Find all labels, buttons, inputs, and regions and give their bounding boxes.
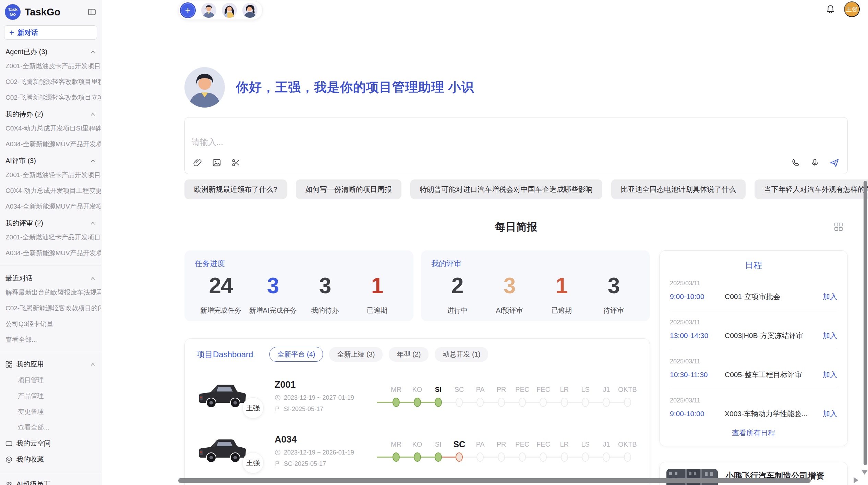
sidebar-item[interactable]: Z001-全新燃油轻卡产品开发项目SI节点属性5D文件评审 [0, 229, 101, 245]
project-owner-badge: 王强 [242, 397, 264, 419]
recent-view-all[interactable]: 查看全部... [0, 332, 101, 348]
mic-icon[interactable] [809, 157, 821, 169]
milestone-dot [477, 398, 484, 407]
milestone-label: PEC [515, 385, 529, 394]
image-icon[interactable] [211, 157, 222, 169]
send-icon[interactable] [828, 157, 841, 169]
view-all-schedule-link[interactable]: 查看所有日程 [732, 428, 775, 438]
sidebar-section-recent[interactable]: 最近对话 [0, 270, 101, 285]
suggestion-chip[interactable]: 欧洲新规最近颁布了什么? [184, 179, 287, 199]
project-name: Z001 [275, 380, 354, 390]
milestone-dot [582, 452, 589, 462]
sidebar-item-ai-super-staff[interactable]: AI超级员工 [0, 476, 101, 485]
sidebar-subitem-product-mgmt[interactable]: 产品管理 [0, 388, 101, 404]
milestone-node: SI [428, 385, 449, 407]
filter-tab-new-body[interactable]: 全新上装 (3) [329, 347, 383, 362]
stat-value: 3 [588, 273, 640, 298]
milestone-label: MR [391, 385, 401, 394]
schedule-item: 2025/03/11 9:00-10:00 C001-立项审批会 加入 [670, 280, 837, 310]
sidebar-item[interactable]: C0X4-动力总成开发项目工程变更评审 [0, 183, 101, 199]
phone-icon[interactable] [790, 157, 801, 169]
sidebar-collapse-icon[interactable] [87, 8, 96, 16]
milestone-label: FEC [537, 439, 550, 449]
apps-view-all[interactable]: 查看全部... [0, 420, 101, 435]
sidebar-item[interactable]: A034-全新新能源MUV产品开发项目法规符合性评审 [0, 199, 101, 214]
horizontal-scrollbar-thumb[interactable] [178, 478, 811, 483]
chevron-up-icon [90, 362, 96, 367]
suggestion-chip[interactable]: 当下年轻人对汽车外观有怎样的喜好趋势 [755, 179, 868, 199]
suggestion-chip[interactable]: 如何写一份清晰的项目周报 [296, 179, 401, 199]
sidebar-item[interactable]: C02-飞腾新能源轻客改款项目里程碑画布 [0, 74, 101, 90]
chevron-up-icon [90, 50, 96, 54]
milestone-label: KO [412, 385, 422, 394]
milestone-node: FEC [533, 385, 554, 407]
project-row-z001[interactable]: 王强 Z001 2023-12-19 ~ 2027-01-19 [196, 369, 638, 423]
divider [670, 310, 837, 310]
sidebar-item[interactable]: 解释最新出台的欧盟报废车法规再生塑料比例被调至15%... [0, 285, 101, 300]
plus-icon: + [9, 28, 14, 37]
milestone-dot [435, 452, 442, 462]
milestone-label: PR [496, 439, 506, 449]
sidebar-section-agent-done[interactable]: Agent已办 (3) [0, 43, 101, 58]
join-button[interactable]: 加入 [823, 331, 837, 340]
sidebar-scroll[interactable]: Agent已办 (3) Z001-全新燃油皮卡产品开发项目SI节点Lesson … [0, 41, 101, 485]
milestone-label: PEC [515, 439, 529, 449]
milestone-node: PR [491, 385, 512, 407]
schedule-date: 2025/03/11 [670, 319, 837, 326]
filter-tab-model-year[interactable]: 年型 (2) [389, 347, 429, 362]
divider [0, 352, 101, 352]
scroll-down-arrow[interactable] [861, 470, 868, 475]
section-title: 最近对话 [5, 274, 33, 283]
sidebar-section-my-todo[interactable]: 我的待办 (2) [0, 105, 101, 121]
milestone-node: MR [386, 439, 407, 462]
join-button[interactable]: 加入 [823, 292, 837, 301]
milestone-label: LR [560, 439, 569, 449]
sidebar-subitem-project-mgmt[interactable]: 项目管理 [0, 372, 101, 388]
stat-value: 24 [195, 273, 247, 298]
suggestion-chip[interactable]: 特朗普可能对进口汽车增税会对中国车企造成哪些影响 [410, 179, 602, 199]
sidebar-section-my-review[interactable]: 我的评审 (2) [0, 214, 101, 229]
milestone-label: PA [476, 439, 484, 449]
layout-grid-icon[interactable] [834, 222, 843, 231]
project-milestone-date: SI-2025-05-17 [284, 406, 323, 413]
paperclip-icon[interactable] [192, 157, 203, 169]
schedule-date: 2025/03/11 [670, 397, 837, 404]
join-button[interactable]: 加入 [823, 370, 837, 380]
join-button[interactable]: 加入 [823, 409, 837, 419]
milestone-label: MR [391, 439, 401, 449]
vertical-scrollbar-thumb[interactable] [864, 181, 867, 465]
sidebar-item-my-apps[interactable]: 我的应用 [0, 356, 101, 372]
sidebar-item[interactable]: A034-全新新能源MUV产品开发项目计划变更表编写 [0, 136, 101, 152]
main-area: + 王强 你好，王强，我是你的项目管理助理 小识 [101, 0, 868, 485]
sidebar-item[interactable]: C02-飞腾新能源轻客改款项目立项汇报方案 [0, 90, 101, 105]
filter-tab-powertrain[interactable]: 动总开发 (1) [435, 347, 488, 362]
sidebar-item[interactable]: C0X4-动力总成开发项目SI里程碑提交物检查 [0, 121, 101, 136]
scissors-icon[interactable] [230, 157, 242, 169]
chat-input[interactable] [192, 128, 841, 157]
suggestion-chip[interactable]: 比亚迪全固态电池计划具体说了什么 [611, 179, 746, 199]
sidebar-section-ai-review[interactable]: AI评审 (3) [0, 152, 101, 167]
sidebar-subitem-change-mgmt[interactable]: 变更管理 [0, 404, 101, 420]
schedule-name: C001-立项审批会 [725, 292, 819, 301]
new-chat-button[interactable]: + 新对话 [4, 25, 97, 40]
filter-tab-new-platform[interactable]: 全新平台 (4) [269, 347, 323, 362]
sidebar-item-favorites[interactable]: 我的收藏 [0, 451, 101, 468]
sidebar-item[interactable]: Z001-全新燃油轻卡产品开发项目SI造型提交物评审 [0, 167, 101, 183]
milestone-node: PEC [512, 385, 533, 407]
sidebar-item[interactable]: A034-全新新能源MUV产品开发项目造型可行性评审 [0, 245, 101, 261]
divider [670, 349, 837, 349]
sidebar-item[interactable]: Z001-全新燃油皮卡产品开发项目SI节点Lesson Learn报告 [0, 58, 101, 74]
milestone-node: J1 [596, 385, 617, 407]
stat-value: 3 [299, 273, 351, 298]
scroll-right-arrow[interactable] [854, 477, 858, 483]
milestone-dot [540, 452, 547, 462]
sidebar-item[interactable]: 公司Q3轻卡销量 [0, 316, 101, 332]
milestone-dot [519, 398, 526, 407]
chat-input-card[interactable] [184, 117, 848, 174]
schedule-date: 2025/03/11 [670, 358, 837, 365]
milestone-node: PEC [512, 439, 533, 462]
sidebar-item[interactable]: C02-飞腾新能源轻客改款项目的闭环通告反馈情况 [0, 300, 101, 316]
milestone-label: SI [435, 439, 442, 449]
project-row-a034[interactable]: 王强 A034 2023-12-19 ~ 2026-01-19 [196, 423, 638, 478]
sidebar-item-cloud-space[interactable]: 我的云空间 [0, 435, 101, 451]
